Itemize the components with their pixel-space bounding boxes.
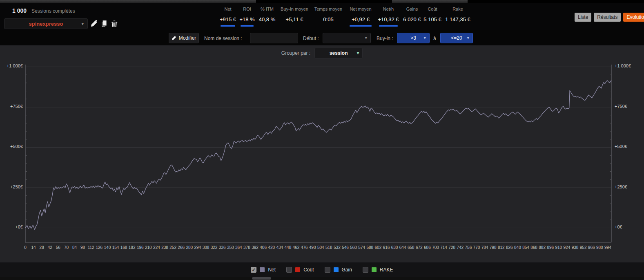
chevron-down-icon: ▾ (467, 35, 469, 40)
buyin-min-value: >3 (410, 35, 416, 41)
stat-label: Temps moyen (312, 7, 345, 11)
stat-label: % ITM (257, 7, 277, 11)
stat-column: Gains6 020 € (401, 5, 423, 27)
stat-column: Coût5 105 € (423, 5, 442, 27)
stat-column: Net+915 € (218, 5, 238, 27)
legend-checkbox[interactable] (363, 267, 368, 273)
y-axis-label-left: +1 000€ (0, 63, 23, 68)
stat-label: ROI (239, 7, 255, 11)
y-axis-label-right: +750€ (615, 104, 637, 109)
stat-highlight-bar (241, 25, 253, 27)
sessions-label: Sessions complètes (31, 8, 75, 14)
y-axis-label-left: +0€ (0, 224, 23, 229)
stat-label: Gains (402, 7, 422, 11)
stat-label: Buy-In moyen (279, 7, 310, 11)
modifier-button[interactable]: Modifier (169, 33, 199, 43)
stat-label: Coût (423, 7, 441, 11)
group-by-value: session (330, 50, 348, 56)
legend-item: Gain (325, 267, 352, 273)
stat-value: +18 % (239, 16, 255, 22)
pencil-icon[interactable] (90, 20, 98, 28)
stat-value: 0:05 (312, 16, 345, 22)
stats-row: Net+915 €ROI+18 %% ITM40,8 %Buy-In moyen… (218, 5, 473, 27)
filter-bar: Modifier Nom de session : Début : ▾ Buy-… (0, 30, 644, 45)
y-axis-label-left: +250€ (0, 184, 23, 189)
stat-value: +5,11 € (279, 16, 310, 22)
profile-dropdown-value: spinexpresso (29, 21, 63, 27)
stat-value: 6 020 € (402, 16, 422, 22)
stat-label: Rake (443, 7, 472, 11)
session-name-label: Nom de session : (204, 36, 242, 41)
sessions-count: 1 000 (12, 7, 27, 14)
buyin-max-value: <=20 (451, 35, 462, 41)
chrome-segment (0, 0, 256, 3)
debut-label: Début : (303, 36, 319, 41)
buyin-max-dropdown[interactable]: <=20 ▾ (440, 33, 473, 43)
buyin-join-label: à (433, 36, 436, 41)
legend-swatch (334, 267, 339, 272)
modifier-label: Modifier (179, 35, 196, 41)
chart-panel: Grouper par : session ▾ +1 000€+1 000€+7… (0, 45, 644, 277)
evolution-line-chart (0, 61, 644, 251)
y-axis-label-right: +0€ (615, 224, 637, 229)
stat-highlight-bar (350, 25, 371, 27)
legend-item: Coût (286, 267, 314, 273)
chrome-segment (392, 0, 468, 3)
legend-label: Net (268, 267, 276, 273)
legend-checkbox[interactable]: ✓ (251, 267, 256, 273)
chevron-down-icon: ▾ (357, 50, 359, 56)
trash-icon[interactable] (111, 20, 119, 28)
y-axis-label-right: +250€ (615, 184, 637, 189)
y-axis-label-left: +500€ (0, 144, 23, 149)
legend-label: Coût (303, 267, 314, 273)
header-bar: 1 000 Sessions complètes spinexpresso ▾ … (0, 3, 644, 30)
chart-legend: ✓NetCoûtGainRAKE (0, 262, 644, 277)
legend-swatch (260, 267, 265, 272)
stat-column: Net/h+10,32 € (375, 5, 401, 27)
legend-label: RAKE (380, 267, 393, 273)
y-axis-label-right: +1 000€ (615, 63, 637, 68)
session-name-input[interactable] (250, 33, 298, 43)
debut-dropdown[interactable]: ▾ (323, 33, 371, 43)
stat-value: 5 105 € (423, 16, 441, 22)
legend-label: Gain (342, 267, 352, 273)
view-button-rsultats[interactable]: Résultats (594, 13, 621, 22)
legend-swatch (372, 267, 377, 272)
legend-checkbox[interactable] (325, 267, 330, 273)
stat-label: Net (218, 7, 237, 11)
x-axis-label: 994 (599, 245, 616, 250)
stat-label: Net/h (376, 7, 401, 11)
stat-value: 40,8 % (257, 16, 277, 22)
chevron-down-icon: ▾ (423, 35, 426, 40)
buyin-min-dropdown[interactable]: >3 ▾ (397, 33, 430, 43)
scrollbar-thumb[interactable] (252, 277, 271, 280)
view-switcher: ListeRésultatsEvolution (575, 13, 644, 22)
legend-item: ✓Net (251, 267, 276, 273)
y-axis-label-left: +750€ (0, 104, 23, 109)
legend-swatch (295, 267, 300, 272)
buyin-label: Buy-in : (377, 36, 393, 41)
group-by-dropdown[interactable]: session ▾ (314, 48, 363, 58)
view-button-evolution[interactable]: Evolution (623, 13, 644, 22)
window-chrome-strip (0, 0, 644, 3)
stat-highlight-bar (221, 25, 235, 27)
stat-label: Net moyen (347, 7, 374, 11)
stat-column: Net moyen+0,92 € (346, 5, 375, 27)
group-by-row: Grouper par : session ▾ (0, 47, 644, 58)
profile-dropdown[interactable]: spinexpresso ▾ (4, 18, 88, 29)
copy-icon[interactable] (100, 20, 109, 28)
chevron-down-icon: ▾ (81, 21, 84, 27)
stat-value: +915 € (218, 16, 237, 22)
horizontal-scrollbar[interactable] (0, 277, 644, 280)
legend-checkbox[interactable] (286, 267, 292, 273)
series-line-net (25, 81, 611, 230)
stat-column: % ITM40,8 % (256, 5, 278, 27)
y-axis-label-right: +500€ (615, 144, 637, 149)
stat-highlight-bar (379, 25, 398, 27)
stat-value: 1 147,35 € (443, 16, 472, 22)
stat-column: ROI+18 % (238, 5, 256, 27)
view-button-liste[interactable]: Liste (575, 13, 591, 22)
chevron-down-icon: ▾ (365, 35, 367, 40)
stat-column: Temps moyen0:05 (311, 5, 346, 27)
stat-value: +10,32 € (376, 16, 401, 22)
